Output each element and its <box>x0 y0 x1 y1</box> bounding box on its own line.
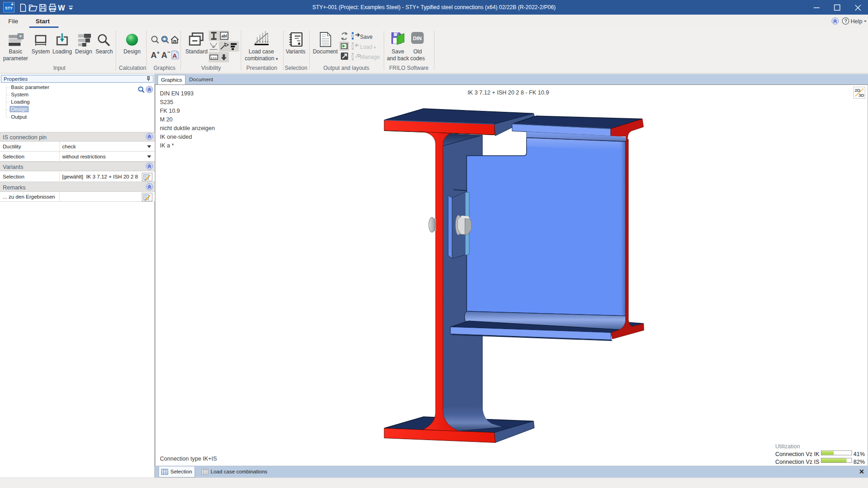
svg-text:A: A <box>151 51 157 60</box>
svg-text:A: A <box>173 52 177 59</box>
svg-text:W: W <box>58 4 65 12</box>
svg-text:A: A <box>161 51 167 60</box>
svg-text:+: + <box>157 50 159 55</box>
svg-text:abl: abl <box>222 34 227 38</box>
svg-text:3D: 3D <box>859 93 864 98</box>
svg-text:?: ? <box>844 18 847 24</box>
svg-text:+: + <box>11 1 14 7</box>
svg-text:Help: Help <box>851 18 863 25</box>
svg-text:DIN: DIN <box>413 36 422 41</box>
svg-text:2D: 2D <box>855 88 860 93</box>
svg-text:−: − <box>167 49 170 55</box>
